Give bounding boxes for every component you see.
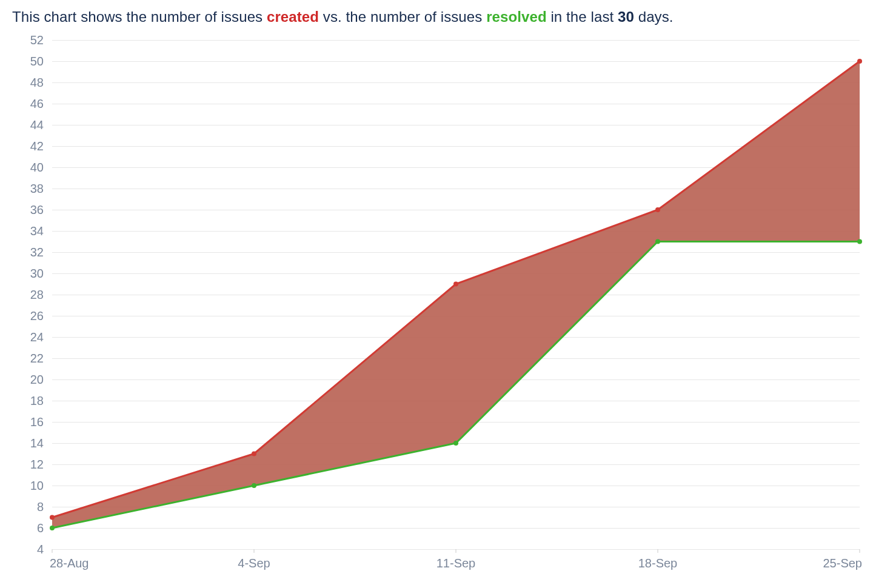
point-created bbox=[655, 207, 660, 212]
caption-resolved: resolved bbox=[486, 8, 547, 25]
point-resolved bbox=[453, 441, 458, 446]
y-tick-label: 32 bbox=[30, 246, 44, 259]
y-tick-label: 44 bbox=[30, 118, 44, 132]
y-tick-label: 22 bbox=[30, 352, 44, 365]
y-tick-label: 4 bbox=[37, 543, 44, 556]
y-tick-label: 26 bbox=[30, 309, 44, 322]
y-tick-label: 48 bbox=[30, 76, 44, 89]
caption-text: days. bbox=[634, 8, 674, 25]
x-tick-label: 11-Sep bbox=[436, 556, 476, 570]
y-tick-label: 52 bbox=[30, 34, 44, 47]
x-tick-label: 28-Aug bbox=[50, 556, 89, 570]
y-tick-label: 50 bbox=[30, 55, 44, 68]
chart-area: 4681012141618202224262830323436384042444… bbox=[12, 34, 863, 576]
y-tick-label: 34 bbox=[30, 224, 44, 238]
point-created bbox=[50, 515, 55, 520]
issues-chart: 4681012141618202224262830323436384042444… bbox=[12, 34, 863, 576]
y-tick-label: 8 bbox=[37, 500, 44, 513]
x-tick-label: 18-Sep bbox=[638, 556, 678, 570]
point-created bbox=[857, 59, 862, 64]
y-tick-label: 14 bbox=[30, 436, 44, 450]
y-tick-label: 30 bbox=[30, 267, 44, 280]
point-resolved bbox=[655, 239, 660, 244]
y-tick-label: 38 bbox=[30, 182, 44, 195]
point-created bbox=[453, 282, 458, 287]
y-tick-label: 42 bbox=[30, 139, 44, 153]
x-tick-label: 25-Sep bbox=[823, 556, 863, 570]
y-tick-label: 16 bbox=[30, 415, 44, 429]
y-tick-label: 46 bbox=[30, 97, 44, 110]
point-resolved bbox=[50, 526, 55, 530]
y-tick-label: 20 bbox=[30, 373, 44, 386]
caption-days: 30 bbox=[618, 8, 634, 25]
point-created bbox=[252, 452, 256, 456]
y-tick-label: 40 bbox=[30, 161, 44, 174]
y-axis: 4681012141618202224262830323436384042444… bbox=[30, 34, 44, 556]
caption-text: in the last bbox=[547, 8, 618, 25]
caption-text: This chart shows the number of issues bbox=[12, 8, 267, 25]
x-axis: 28-Aug4-Sep11-Sep18-Sep25-Sep bbox=[50, 549, 862, 570]
caption-text: vs. the number of issues bbox=[319, 8, 486, 25]
point-resolved bbox=[252, 483, 256, 488]
y-tick-label: 36 bbox=[30, 203, 44, 216]
point-resolved bbox=[857, 239, 862, 244]
y-tick-label: 10 bbox=[30, 479, 44, 492]
y-tick-label: 24 bbox=[30, 330, 44, 344]
y-tick-label: 6 bbox=[37, 521, 44, 535]
y-tick-label: 28 bbox=[30, 288, 44, 301]
caption-created: created bbox=[267, 8, 319, 25]
y-tick-label: 12 bbox=[30, 458, 44, 471]
x-tick-label: 4-Sep bbox=[238, 556, 270, 570]
chart-caption: This chart shows the number of issues cr… bbox=[12, 7, 861, 27]
y-tick-label: 18 bbox=[30, 394, 44, 407]
